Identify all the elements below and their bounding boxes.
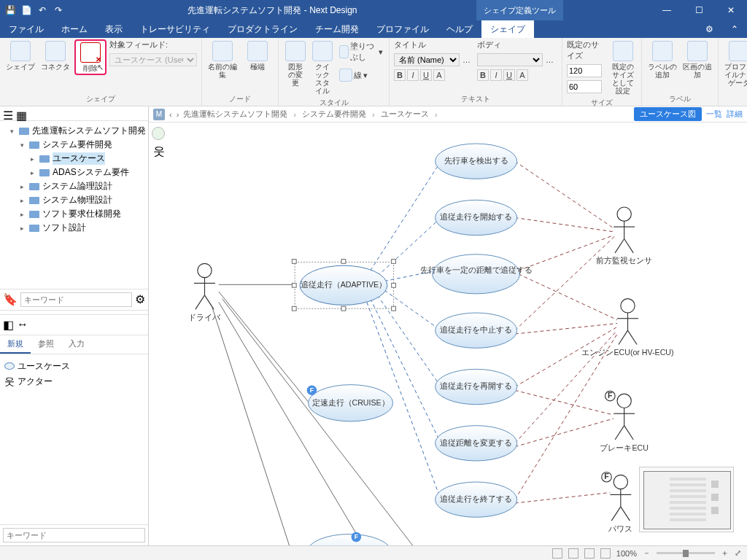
change-shape-button[interactable]: 図形の変更	[283, 39, 307, 88]
title-more-icon[interactable]: …	[462, 55, 471, 64]
filter-input[interactable]	[20, 292, 132, 307]
tab-help[interactable]: ヘルプ	[438, 20, 481, 38]
model-badge[interactable]: M	[153, 109, 165, 120]
expand-button[interactable]: 極端	[241, 39, 274, 72]
quick-style-button[interactable]: クイックスタイル	[310, 39, 334, 96]
doc-icon[interactable]: 📄	[20, 4, 32, 16]
tab-shape[interactable]: シェイプ	[481, 20, 534, 38]
usecase-change[interactable]: 追従距離を変更する	[436, 426, 517, 461]
minimap[interactable]	[639, 467, 734, 532]
subtab-new[interactable]: 新規	[0, 335, 31, 354]
collapse-ribbon-icon[interactable]: ⌃	[722, 20, 747, 38]
status-icon-4[interactable]	[600, 548, 611, 559]
actor-driver[interactable]: ドライバ	[189, 263, 222, 321]
ribbon-options-icon[interactable]: ⚙	[697, 20, 722, 38]
usecase-start[interactable]: 追従走行を開始する	[436, 200, 517, 235]
tab-view[interactable]: 表示	[96, 20, 131, 38]
status-icon-3[interactable]	[584, 548, 595, 559]
underline-icon[interactable]: U	[420, 69, 432, 81]
usecase-cruise[interactable]: 定速走行（CRUISE） F	[307, 385, 393, 421]
status-icon-1[interactable]	[552, 548, 562, 559]
palette-icon2[interactable]: ↔	[17, 318, 28, 331]
crumb-1[interactable]: 先進運転システムソフト開発	[183, 109, 287, 120]
nav-back-icon[interactable]: ‹	[169, 110, 172, 119]
redo-icon[interactable]: ↷	[53, 4, 64, 16]
view-badge[interactable]: ユースケース図	[634, 107, 702, 121]
palette-icon1[interactable]: ◧	[3, 318, 14, 332]
svg-line-39	[371, 161, 441, 271]
crumb-2[interactable]: システム要件開発	[302, 109, 366, 120]
palette-actor[interactable]: 웃アクター	[4, 374, 144, 390]
crumb-3[interactable]: ユースケース	[381, 109, 429, 120]
body-italic-icon[interactable]: I	[490, 69, 502, 81]
nav-fwd-icon[interactable]: ›	[177, 110, 179, 119]
profile-navigator-button[interactable]: プロファイルナビゲータ	[723, 39, 747, 88]
svg-line-48	[519, 236, 614, 271]
add-area-button[interactable]: 区画の追加	[681, 39, 713, 80]
bold-icon[interactable]: B	[394, 69, 406, 81]
keyword-input[interactable]	[3, 528, 145, 542]
set-default-size-button[interactable]: 既定のサイズとして設定	[610, 39, 637, 96]
undo-icon[interactable]: ↶	[36, 4, 48, 16]
italic-icon[interactable]: I	[407, 69, 419, 81]
shape-button[interactable]: シェイプ	[4, 39, 36, 72]
subtab-input[interactable]: 入力	[61, 335, 92, 354]
body-more-icon[interactable]: …	[546, 55, 554, 64]
target-field-select[interactable]: ユースケース (UseCases)	[109, 53, 197, 66]
filter-settings-icon[interactable]: ⚙	[135, 292, 145, 306]
minimize-icon[interactable]: —	[651, 0, 683, 20]
detail-link[interactable]: 詳細	[727, 109, 743, 120]
fill-button[interactable]: 塗りつぶし ▾	[338, 39, 384, 64]
line-button[interactable]: 線 ▾	[338, 67, 369, 83]
svg-text:追従走行（ADAPTIVE）: 追従走行（ADAPTIVE）	[301, 280, 387, 289]
tab-team[interactable]: チーム開発	[306, 20, 368, 38]
status-icon-2[interactable]	[568, 548, 578, 559]
tab-file[interactable]: ファイル	[0, 20, 53, 38]
body-underline-icon[interactable]: U	[503, 69, 515, 81]
close-icon[interactable]: ✕	[715, 0, 747, 20]
actor-engine[interactable]: エンジンECU(or HV-ECU)	[581, 299, 673, 357]
filter-icon[interactable]: 🔖	[3, 292, 18, 306]
zoom-slider[interactable]	[657, 552, 715, 554]
tab-productline[interactable]: プロダクトライン	[219, 20, 306, 38]
usecase-partial[interactable]: F	[307, 532, 392, 545]
usecase-end[interactable]: 追従走行を終了する	[436, 482, 517, 517]
save-icon[interactable]: 💾	[4, 4, 16, 16]
usecase-detect[interactable]: 先行車を検出する	[436, 144, 517, 179]
actor-power[interactable]: パワス F	[602, 472, 633, 533]
width-input[interactable]	[567, 64, 602, 77]
delete-button[interactable]: 削除↖	[74, 39, 107, 75]
zoom-in-icon[interactable]: ＋	[721, 548, 729, 559]
svg-text:先行車を一定の距離で追従する: 先行車を一定の距離で追従する	[420, 265, 533, 275]
body-field-select[interactable]	[477, 53, 543, 66]
actor-sensor[interactable]: 前方監視センサ	[596, 207, 652, 265]
zoom-out-icon[interactable]: －	[643, 548, 651, 559]
actor-brake[interactable]: ブレーキECU F	[600, 391, 648, 452]
height-input[interactable]	[567, 80, 602, 93]
list-link[interactable]: 一覧	[706, 109, 722, 120]
tree-toolbar-icon2[interactable]: ▦	[16, 109, 26, 119]
subtab-ref[interactable]: 参照	[31, 335, 61, 354]
model-tree[interactable]: 先進運転システムソフト開発 システム要件開発 ユースケース ADASシステム要件…	[0, 121, 148, 289]
usecase-adaptive[interactable]: 追従走行（ADAPTIVE）	[292, 260, 395, 311]
tab-profile[interactable]: プロファイル	[368, 20, 438, 38]
title-field-select[interactable]: 名前 (Name)	[394, 53, 460, 66]
tree-toolbar-icon[interactable]: ☰	[3, 109, 13, 119]
diagram-canvas[interactable]: ドライバ 前方監視センサ エンジンECU(or HV-ECU) ブレーキECU …	[149, 122, 747, 545]
connector-button[interactable]: コネクタ	[39, 39, 71, 72]
tab-home[interactable]: ホーム	[53, 20, 96, 38]
usecase-stop[interactable]: 追従走行を中止する	[436, 313, 517, 348]
maximize-icon[interactable]: ☐	[683, 0, 715, 20]
tool-usecase-icon[interactable]	[152, 127, 165, 140]
usecase-follow-distance[interactable]: 先行車を一定の距離で追従する	[420, 254, 533, 294]
edit-name-button[interactable]: 名前の編集	[206, 39, 239, 80]
add-label-button[interactable]: ラベルの追加	[646, 39, 678, 80]
body-bold-icon[interactable]: B	[477, 69, 489, 81]
tab-traceability[interactable]: トレーサビリティ	[131, 20, 219, 38]
fit-icon[interactable]: ⤢	[735, 548, 741, 558]
body-font-color-icon[interactable]: A	[516, 69, 528, 81]
font-color-icon[interactable]: A	[433, 69, 445, 81]
usecase-resume[interactable]: 追従走行を再開する	[436, 369, 517, 404]
tool-actor-icon[interactable]: 웃	[152, 144, 166, 160]
palette-usecase[interactable]: ユースケース	[4, 359, 144, 374]
